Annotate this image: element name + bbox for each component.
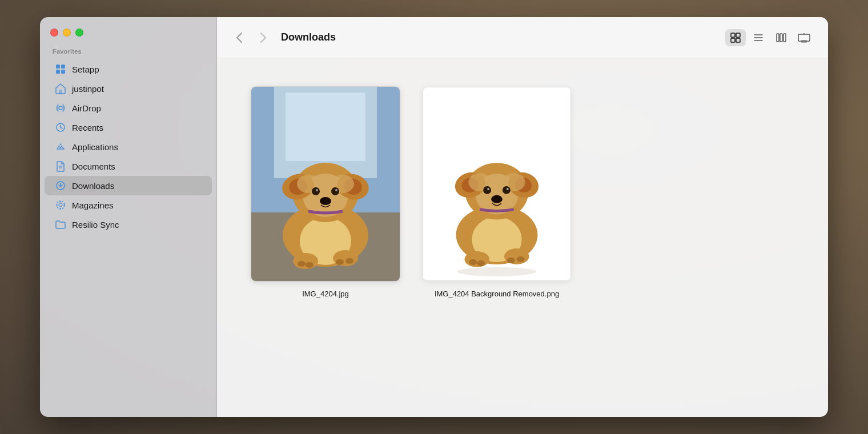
sidebar-item-documents-label: Documents <box>72 162 115 171</box>
main-content: Downloads <box>217 17 828 417</box>
svg-point-11 <box>59 203 62 207</box>
home-icon <box>55 83 66 94</box>
svg-point-70 <box>477 260 485 266</box>
svg-rect-20 <box>780 34 782 42</box>
dog-photo-jpg <box>251 87 400 281</box>
view-controls <box>725 29 814 46</box>
svg-point-66 <box>491 195 503 203</box>
svg-point-46 <box>298 261 306 267</box>
sidebar-item-downloads-label: Downloads <box>72 181 114 191</box>
favorites-section-label: Favorites <box>40 48 216 59</box>
svg-point-5 <box>59 106 62 110</box>
svg-rect-1 <box>61 65 65 69</box>
file-item-jpg[interactable]: IMG_4204.jpg <box>251 87 400 299</box>
svg-rect-13 <box>736 33 740 37</box>
svg-point-40 <box>331 187 339 195</box>
svg-point-39 <box>312 187 320 195</box>
svg-point-41 <box>316 189 318 191</box>
sidebar-item-recents-label: Recents <box>72 123 103 132</box>
sidebar-item-resilio-sync[interactable]: Resilio Sync <box>45 215 212 234</box>
svg-point-71 <box>507 258 515 263</box>
magazines-icon <box>55 199 66 211</box>
svg-rect-4 <box>59 90 62 94</box>
sidebar-item-downloads[interactable]: Downloads <box>45 176 212 195</box>
finder-window: Favorites Setapp justinpot <box>40 17 828 417</box>
sidebar-item-magazines-label: Magazines <box>72 200 114 210</box>
documents-icon <box>55 160 66 172</box>
svg-point-48 <box>336 259 344 265</box>
file-name-png: IMG_4204 Background Removed.png <box>435 289 559 299</box>
file-item-png[interactable]: IMG_4204 Background Removed.png <box>423 87 571 299</box>
close-button[interactable] <box>50 29 58 37</box>
svg-point-67 <box>464 251 489 267</box>
sidebar-item-setapp-label: Setapp <box>72 65 99 74</box>
file-grid: IMG_4204.jpg <box>217 58 828 417</box>
svg-rect-21 <box>783 34 786 42</box>
dog-photo-png <box>423 87 570 281</box>
svg-point-42 <box>335 189 337 191</box>
file-thumbnail-jpg <box>251 87 400 281</box>
sidebar-item-justinpot-label: justinpot <box>72 84 104 94</box>
svg-point-65 <box>507 188 509 190</box>
svg-point-64 <box>487 188 489 190</box>
svg-rect-22 <box>798 34 810 41</box>
minimize-button[interactable] <box>63 29 71 37</box>
svg-point-47 <box>306 262 314 268</box>
svg-point-51 <box>457 267 537 276</box>
recents-icon <box>55 122 66 133</box>
svg-rect-0 <box>56 65 60 69</box>
grid-view-button[interactable] <box>725 29 746 46</box>
svg-rect-3 <box>61 70 65 74</box>
sidebar-item-applications-label: Applications <box>72 142 118 152</box>
svg-point-49 <box>345 258 353 264</box>
column-view-button[interactable] <box>771 29 791 46</box>
svg-rect-19 <box>777 34 779 42</box>
svg-point-63 <box>503 186 511 194</box>
svg-point-69 <box>469 259 477 265</box>
file-thumbnail-png <box>423 87 571 281</box>
maximize-button[interactable] <box>75 29 83 37</box>
downloads-icon <box>55 180 66 191</box>
sidebar-item-airdrop-label: AirDrop <box>72 103 101 113</box>
file-name-jpg: IMG_4204.jpg <box>302 289 349 299</box>
svg-rect-12 <box>731 33 735 37</box>
applications-icon <box>55 141 66 152</box>
airdrop-icon <box>55 102 66 114</box>
sidebar-item-resilio-sync-label: Resilio Sync <box>72 220 119 230</box>
svg-point-44 <box>293 253 318 269</box>
svg-rect-14 <box>731 38 735 42</box>
sidebar-item-applications[interactable]: Applications <box>45 137 212 156</box>
folder-icon <box>55 219 66 230</box>
toolbar: Downloads <box>217 17 828 58</box>
list-view-button[interactable] <box>748 29 769 46</box>
sidebar: Favorites Setapp justinpot <box>40 17 217 417</box>
svg-rect-15 <box>736 38 740 42</box>
sidebar-item-airdrop[interactable]: AirDrop <box>45 98 212 118</box>
gallery-view-button[interactable] <box>794 29 814 46</box>
svg-point-43 <box>320 197 331 205</box>
toolbar-title: Downloads <box>281 31 718 43</box>
window-controls <box>40 29 216 48</box>
svg-point-72 <box>517 256 525 262</box>
sidebar-item-documents[interactable]: Documents <box>45 156 212 176</box>
sidebar-item-justinpot[interactable]: justinpot <box>45 79 212 98</box>
sidebar-item-magazines[interactable]: Magazines <box>45 195 212 215</box>
sidebar-item-setapp[interactable]: Setapp <box>45 59 212 79</box>
svg-rect-2 <box>56 70 60 74</box>
svg-point-62 <box>483 186 491 194</box>
svg-rect-27 <box>286 93 365 161</box>
forward-button[interactable] <box>255 29 272 46</box>
sidebar-item-recents[interactable]: Recents <box>45 118 212 137</box>
setapp-icon <box>55 63 66 75</box>
back-button[interactable] <box>231 29 248 46</box>
